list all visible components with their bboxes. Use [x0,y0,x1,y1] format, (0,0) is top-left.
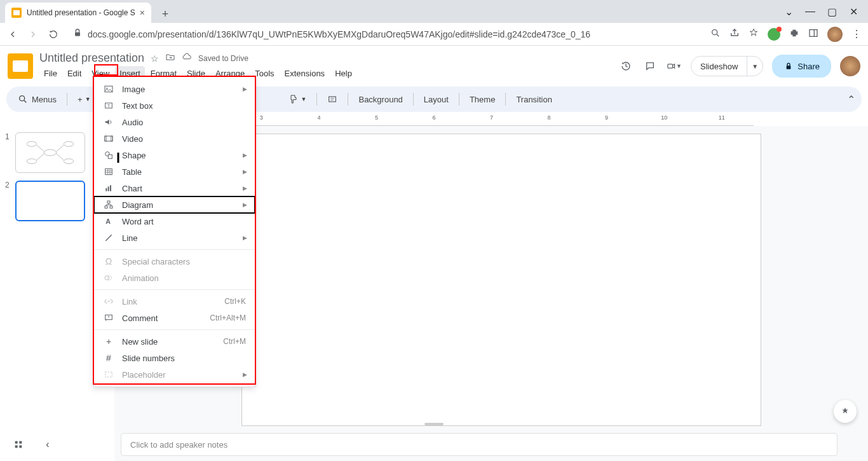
share-page-icon[interactable] [729,28,740,41]
ruler-tick: 9 [605,114,608,121]
background-button[interactable]: Background [353,90,407,108]
diagram-icon [103,200,114,210]
explore-button[interactable] [834,400,857,423]
insert-video[interactable]: Video [94,130,255,147]
slides-logo[interactable] [8,53,33,79]
browser-tab[interactable]: Untitled presentation - Google S × [5,3,151,23]
slide-number: 1 [5,132,11,173]
back-button[interactable] [6,28,19,41]
textbox-icon: T [103,100,114,111]
close-tab-icon[interactable]: × [140,8,145,18]
reload-button[interactable] [47,28,60,41]
svg-point-1 [712,29,717,34]
svg-rect-30 [105,169,112,174]
kebab-menu-icon[interactable]: ⋮ [851,28,862,40]
svg-rect-6 [787,65,791,69]
grid-view-icon[interactable] [9,435,28,454]
cloud-saved-icon[interactable] [182,52,192,64]
slideshow-label[interactable]: Slideshow [691,57,747,76]
insert-wordart[interactable]: A Word art [94,213,255,230]
star-icon[interactable]: ☆ [151,53,159,64]
meet-icon[interactable]: ▼ [667,58,682,74]
insert-animation: Animation [94,270,255,286]
new-tab-button[interactable]: + [156,5,174,23]
comment-shortcut: Ctrl+Alt+M [210,313,246,322]
transition-button[interactable]: Transition [511,90,557,108]
search-menus-button[interactable]: Menus [13,90,62,108]
submenu-arrow-icon: ▶ [243,202,247,208]
menu-help[interactable]: Help [330,66,356,81]
ruler-tick: 3 [260,114,263,121]
account-avatar[interactable] [840,56,860,76]
share-button[interactable]: Share [772,55,831,78]
doc-title[interactable]: Untitled presentation [39,52,144,65]
svg-line-46 [105,235,111,240]
insert-diagram[interactable]: Diagram ▶ [94,196,255,213]
theme-button[interactable]: Theme [465,90,500,108]
forward-button[interactable] [27,28,39,41]
extension-green-icon[interactable] [768,28,780,41]
image-icon [103,84,114,94]
extensions-icon[interactable] [789,28,799,41]
insert-dropdown: Image ▶ T Text box Audio Video Shape ▶ T… [93,76,255,387]
omega-icon: Ω [103,256,114,266]
url-field[interactable]: docs.google.com/presentation/d/136KlW7qU… [67,28,695,40]
svg-text:T: T [107,104,110,108]
plus-icon: + [103,336,114,347]
speaker-notes-field[interactable]: Click to add speaker notes [121,433,837,456]
menu-edit[interactable]: Edit [63,66,86,81]
svg-line-19 [37,154,44,160]
sidepanel-icon[interactable] [808,28,818,41]
insert-comment-label: Comment [122,313,158,323]
menu-extensions[interactable]: Extensions [280,66,330,81]
slideshow-button[interactable]: Slideshow ▼ [691,56,763,76]
insert-image[interactable]: Image ▶ [94,81,255,97]
insert-image-label: Image [122,85,145,94]
lock-icon [783,61,794,71]
svg-line-18 [57,145,64,151]
layout-button[interactable]: Layout [419,90,454,108]
insert-slide-numbers[interactable]: # Slide numbers [94,350,255,366]
svg-line-20 [57,154,64,160]
slide-number: 2 [5,181,11,221]
insert-shape-label: Shape [122,151,146,160]
insert-comment[interactable]: Comment Ctrl+Alt+M [94,310,255,326]
chevron-down-icon[interactable]: ⌄ [784,7,793,16]
minimize-icon[interactable]: — [806,7,815,16]
slideshow-dropdown[interactable]: ▼ [747,63,763,70]
notes-drag-handle[interactable] [424,423,444,425]
menus-label: Menus [32,95,57,104]
insert-new-slide[interactable]: + New slide Ctrl+M [94,333,255,350]
new-slide-button[interactable]: + ▼ [72,90,96,108]
insert-audio[interactable]: Audio [94,114,255,130]
table-icon [103,167,114,177]
animation-icon [103,273,114,283]
insert-table[interactable]: Table ▶ [94,163,255,180]
new-slide-shortcut: Ctrl+M [223,337,246,346]
svg-rect-57 [15,445,18,448]
insert-textbox[interactable]: T Text box [94,97,255,114]
slide-thumb-2[interactable] [15,181,85,221]
profile-avatar[interactable] [827,27,843,42]
insert-chart[interactable]: Chart ▶ [94,180,255,196]
slide-thumb-1[interactable] [15,132,85,173]
maximize-icon[interactable]: ▢ [827,7,836,16]
submenu-arrow-icon: ▶ [243,235,247,241]
slide-canvas[interactable] [241,134,761,426]
move-icon[interactable] [165,52,175,64]
insert-line[interactable]: Line ▶ [94,230,255,246]
bookmark-icon[interactable] [749,28,759,41]
browser-tab-strip: Untitled presentation - Google S × + ⌄ —… [0,0,868,23]
bottom-bar: ‹ Click to add speaker notes [0,428,868,461]
collapse-toolbar-icon[interactable]: ⌃ [847,93,855,106]
paint-format-button[interactable]: ▼ [283,90,312,108]
comments-icon[interactable] [642,58,658,74]
history-icon[interactable] [618,58,634,74]
zoom-icon[interactable] [710,28,721,41]
insert-shape[interactable]: Shape ▶ [94,147,255,163]
collapse-panel-icon[interactable]: ‹ [38,435,57,454]
insert-textbox-button[interactable] [322,90,342,108]
submenu-arrow-icon: ▶ [243,371,247,378]
menu-file[interactable]: File [39,66,62,81]
close-window-icon[interactable]: ✕ [849,7,858,16]
